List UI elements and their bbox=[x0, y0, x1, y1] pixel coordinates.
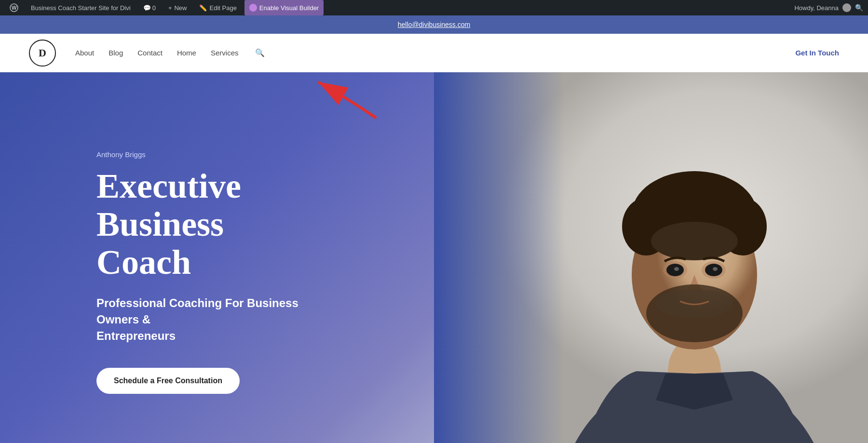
enable-vb-button[interactable]: Enable Visual Builder bbox=[244, 0, 324, 15]
howdy-text: Howdy, Deanna bbox=[794, 4, 839, 12]
nav-link-home[interactable]: Home bbox=[177, 49, 196, 57]
nav-link-blog[interactable]: Blog bbox=[108, 49, 123, 57]
info-bar: hello@divibusiness.com bbox=[0, 15, 868, 34]
nav-links: About Blog Contact Home Services 🔍 bbox=[75, 48, 795, 57]
edit-page-link[interactable]: ✏️ Edit Page bbox=[194, 0, 241, 15]
hero-section: Anthony Briggs Executive Business Coach … bbox=[0, 72, 868, 443]
nav-item-services[interactable]: Services bbox=[211, 49, 239, 57]
svg-text:W: W bbox=[12, 5, 17, 11]
svg-rect-21 bbox=[434, 72, 868, 443]
arrow-annotation bbox=[280, 72, 376, 111]
hero-person-image bbox=[434, 72, 868, 443]
person-svg bbox=[434, 72, 868, 443]
nav-item-about[interactable]: About bbox=[75, 49, 94, 57]
logo-letter: D bbox=[39, 47, 46, 59]
comments-link[interactable]: 💬 0 bbox=[138, 0, 161, 15]
new-label: New bbox=[174, 4, 187, 12]
nav-item-home[interactable]: Home bbox=[177, 49, 196, 57]
nav-item-blog[interactable]: Blog bbox=[108, 49, 123, 57]
comment-icon: 💬 bbox=[143, 4, 151, 12]
wp-logo-link[interactable]: W bbox=[5, 0, 23, 15]
nav-link-services[interactable]: Services bbox=[211, 49, 239, 57]
hero-title-line1: Executive Business bbox=[96, 167, 241, 243]
site-name-text: Business Coach Starter Site for Divi bbox=[31, 4, 131, 12]
nav-search-item[interactable]: 🔍 bbox=[253, 48, 265, 57]
new-content-link[interactable]: + New bbox=[163, 0, 192, 15]
vb-icon bbox=[249, 4, 257, 12]
hero-title-line2: Coach bbox=[96, 243, 191, 282]
comment-bubble: 💬 0 bbox=[143, 4, 156, 12]
admin-bar-right: Howdy, Deanna 🔍 bbox=[794, 3, 863, 12]
hero-content: Anthony Briggs Executive Business Coach … bbox=[0, 121, 338, 394]
nav-link-contact[interactable]: Contact bbox=[137, 49, 163, 57]
nav-search-icon[interactable]: 🔍 bbox=[255, 49, 265, 57]
nav-link-about[interactable]: About bbox=[75, 49, 94, 57]
admin-search-icon[interactable]: 🔍 bbox=[855, 4, 863, 12]
site-logo[interactable]: D bbox=[29, 40, 56, 67]
wordpress-icon: W bbox=[10, 3, 18, 12]
plus-icon: + bbox=[168, 4, 172, 12]
site-name-link[interactable]: Business Coach Starter Site for Divi bbox=[26, 0, 136, 15]
nav-cta-button[interactable]: Get In Touch bbox=[795, 49, 839, 57]
hero-author-name: Anthony Briggs bbox=[96, 150, 338, 159]
hero-subtitle: Professional Coaching For Business Owner… bbox=[96, 295, 338, 344]
email-link[interactable]: hello@divibusiness.com bbox=[398, 21, 470, 28]
hero-title: Executive Business Coach bbox=[96, 167, 338, 282]
vb-label: Enable Visual Builder bbox=[259, 4, 319, 12]
comment-count: 0 bbox=[152, 4, 156, 12]
main-nav: D About Blog Contact Home Services 🔍 Get… bbox=[0, 34, 868, 72]
edit-icon: ✏️ bbox=[199, 4, 207, 12]
nav-item-contact[interactable]: Contact bbox=[137, 49, 163, 57]
wp-admin-bar: W Business Coach Starter Site for Divi 💬… bbox=[0, 0, 868, 15]
user-avatar bbox=[842, 3, 851, 12]
edit-label: Edit Page bbox=[209, 4, 236, 12]
hero-cta-button[interactable]: Schedule a Free Consultation bbox=[96, 368, 240, 394]
